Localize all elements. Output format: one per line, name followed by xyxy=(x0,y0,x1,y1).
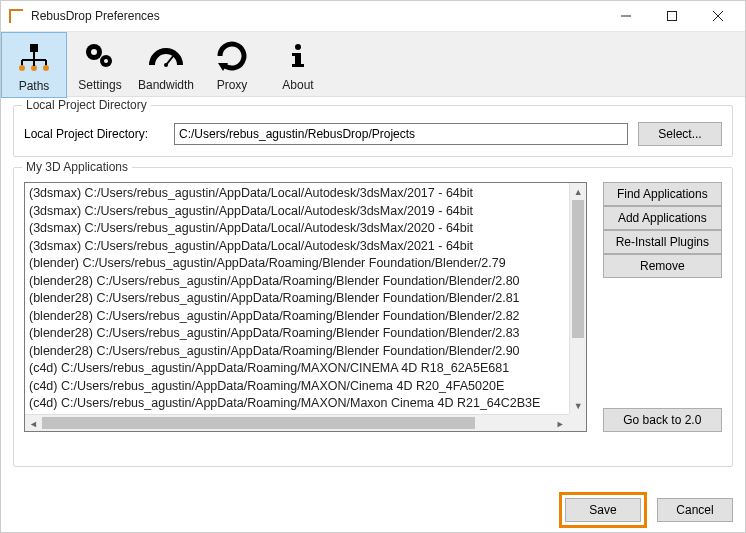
list-item[interactable]: (blender28) C:/Users/rebus_agustin/AppDa… xyxy=(29,273,565,291)
list-item[interactable]: (3dsmax) C:/Users/rebus_agustin/AppData/… xyxy=(29,238,565,256)
tab-proxy-label: Proxy xyxy=(217,78,248,92)
list-item[interactable]: (3dsmax) C:/Users/rebus_agustin/AppData/… xyxy=(29,220,565,238)
window-title: RebusDrop Preferences xyxy=(31,9,160,23)
svg-line-2 xyxy=(713,11,723,21)
scroll-left-icon[interactable]: ◄ xyxy=(25,415,42,432)
list-item[interactable]: (blender28) C:/Users/rebus_agustin/AppDa… xyxy=(29,308,565,326)
svg-rect-1 xyxy=(668,12,677,21)
local-project-input[interactable] xyxy=(174,123,628,145)
close-button[interactable] xyxy=(695,1,741,31)
cancel-button[interactable]: Cancel xyxy=(657,498,733,522)
tab-bandwidth-label: Bandwidth xyxy=(138,78,194,92)
local-project-legend: Local Project Directory xyxy=(22,98,151,112)
list-item[interactable]: (blender28) C:/Users/rebus_agustin/AppDa… xyxy=(29,325,565,343)
apps-legend: My 3D Applications xyxy=(22,160,132,174)
tab-about-label: About xyxy=(282,78,313,92)
svg-rect-23 xyxy=(292,64,304,67)
svg-point-20 xyxy=(295,44,301,50)
scroll-down-icon[interactable]: ▼ xyxy=(570,397,587,414)
list-item[interactable]: (c4d) C:/Users/rebus_agustin/AppData/Roa… xyxy=(29,360,565,378)
list-item[interactable]: (c4d) C:/Users/rebus_agustin/AppData/Roa… xyxy=(29,395,565,413)
maximize-button[interactable] xyxy=(649,1,695,31)
tab-settings-label: Settings xyxy=(78,78,121,92)
svg-point-15 xyxy=(91,49,97,55)
list-item[interactable]: (blender) C:/Users/rebus_agustin/AppData… xyxy=(29,255,565,273)
list-item[interactable]: (c4d) C:/Users/rebus_agustin/AppData/Roa… xyxy=(29,378,565,396)
scroll-right-icon[interactable]: ► xyxy=(552,415,569,432)
svg-point-16 xyxy=(104,59,108,63)
tab-proxy[interactable]: Proxy xyxy=(199,32,265,98)
reinstall-plugins-button[interactable]: Re-Install Plugins xyxy=(603,230,722,254)
svg-rect-22 xyxy=(292,53,298,56)
find-apps-button[interactable]: Find Applications xyxy=(603,182,722,206)
list-item[interactable]: (blender28) C:/Users/rebus_agustin/AppDa… xyxy=(29,343,565,361)
svg-point-9 xyxy=(19,65,25,71)
save-highlight: Save xyxy=(559,492,647,528)
local-project-label: Local Project Directory: xyxy=(24,127,164,141)
paths-icon xyxy=(16,39,52,75)
app-icon xyxy=(9,9,23,23)
content: Local Project Directory Local Project Di… xyxy=(1,97,745,488)
scroll-up-icon[interactable]: ▲ xyxy=(570,183,587,200)
about-icon xyxy=(280,38,316,74)
tab-settings[interactable]: Settings xyxy=(67,32,133,98)
list-item[interactable]: (blender28) C:/Users/rebus_agustin/AppDa… xyxy=(29,290,565,308)
svg-point-18 xyxy=(164,63,168,67)
save-button[interactable]: Save xyxy=(565,498,641,522)
select-button[interactable]: Select... xyxy=(638,122,722,146)
horizontal-scrollbar[interactable]: ◄ ► xyxy=(25,414,569,431)
settings-icon xyxy=(82,38,118,74)
local-project-group: Local Project Directory Local Project Di… xyxy=(13,105,733,157)
add-apps-button[interactable]: Add Applications xyxy=(603,206,722,230)
proxy-icon xyxy=(214,38,250,74)
toolbar: Paths Settings Bandwidth Proxy About xyxy=(1,31,745,97)
titlebar: RebusDrop Preferences xyxy=(1,1,745,31)
minimize-button[interactable] xyxy=(603,1,649,31)
svg-point-11 xyxy=(43,65,49,71)
svg-rect-4 xyxy=(30,44,38,52)
footer: Save Cancel xyxy=(1,488,745,532)
list-item[interactable]: (3dsmax) C:/Users/rebus_agustin/AppData/… xyxy=(29,203,565,221)
tab-bandwidth[interactable]: Bandwidth xyxy=(133,32,199,98)
tab-paths-label: Paths xyxy=(19,79,50,93)
bandwidth-icon xyxy=(148,38,184,74)
vertical-scrollbar[interactable]: ▲ ▼ xyxy=(569,183,586,414)
list-item[interactable]: (3dsmax) C:/Users/rebus_agustin/AppData/… xyxy=(29,185,565,203)
remove-button[interactable]: Remove xyxy=(603,254,722,278)
tab-about[interactable]: About xyxy=(265,32,331,98)
go-back-button[interactable]: Go back to 2.0 xyxy=(603,408,722,432)
svg-line-3 xyxy=(713,11,723,21)
apps-listbox[interactable]: (3dsmax) C:/Users/rebus_agustin/AppData/… xyxy=(24,182,587,432)
apps-group: My 3D Applications (3dsmax) C:/Users/reb… xyxy=(13,167,733,467)
tab-paths[interactable]: Paths xyxy=(1,32,67,98)
